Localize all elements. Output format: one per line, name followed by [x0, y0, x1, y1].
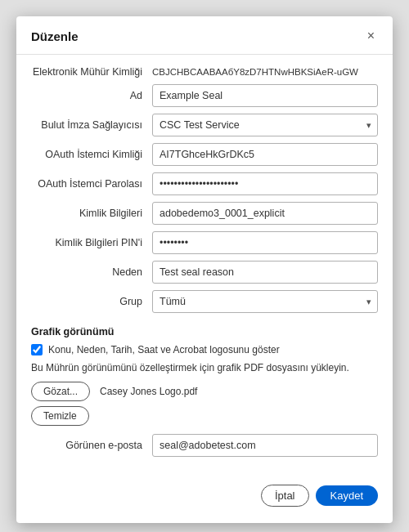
input-email[interactable]: [152, 434, 378, 457]
label-group: Grup: [31, 296, 152, 307]
label-id: Elektronik Mühür Kimliği: [31, 66, 152, 78]
select-wrap-group: Tümü ▾: [152, 290, 378, 313]
close-button[interactable]: ×: [364, 28, 378, 44]
label-credential: Kimlik Bilgileri: [31, 208, 152, 219]
field-row-group: Grup Tümü ▾: [31, 290, 378, 313]
browse-button[interactable]: Gözat...: [31, 382, 90, 401]
checkbox-row-show: Konu, Neden, Tarih, Saat ve Acrobat logo…: [31, 344, 378, 355]
field-row-id: Elektronik Mühür Kimliği CBJCHBCAABAAбY8…: [31, 66, 378, 78]
file-row: Gözat... Casey Jones Logo.pdf: [31, 382, 378, 401]
clear-button[interactable]: Temizle: [31, 406, 89, 426]
label-oauth-pass: OAuth İstemci Parolası: [31, 178, 152, 190]
save-button[interactable]: Kaydet: [316, 485, 378, 506]
field-row-pin: Kimlik Bilgileri PIN'i: [31, 231, 378, 254]
value-id: CBJCHBCAABAAбY8zD7HTNwHBKSiAeR-uGW: [152, 67, 378, 77]
field-row-email: Görünen e-posta: [31, 434, 378, 457]
input-credential[interactable]: [152, 202, 378, 225]
dialog-header: Düzenle ×: [16, 16, 393, 55]
dialog-title: Düzenle: [31, 29, 79, 43]
dialog-body: Elektronik Mühür Kimliği CBJCHBCAABAAбY8…: [16, 55, 393, 476]
label-pin: Kimlik Bilgileri PIN'i: [31, 237, 152, 248]
label-reason: Neden: [31, 266, 152, 278]
checkbox-label-show[interactable]: Konu, Neden, Tarih, Saat ve Acrobat logo…: [48, 344, 280, 355]
select-provider[interactable]: CSC Test Service: [152, 114, 378, 136]
graphic-info-text: Bu Mührün görünümünü özelleştirmek için …: [31, 362, 378, 373]
field-row-name: Ad: [31, 84, 378, 107]
select-group[interactable]: Tümü: [152, 290, 378, 313]
clear-row: Temizle: [31, 406, 378, 426]
file-name-label: Casey Jones Logo.pdf: [100, 386, 197, 397]
label-email: Görünen e-posta: [31, 440, 152, 451]
field-row-credential: Kimlik Bilgileri: [31, 202, 378, 225]
graphic-section-title: Grafik görünümü: [31, 326, 378, 338]
input-pin[interactable]: [152, 231, 378, 254]
input-oauth-pass[interactable]: [152, 172, 378, 195]
label-oauth-id: OAuth İstemci Kimliği: [31, 149, 152, 160]
field-row-oauth-pass: OAuth İstemci Parolası: [31, 172, 378, 195]
label-name: Ad: [31, 90, 152, 101]
dialog-footer: İptal Kaydet: [16, 476, 393, 518]
graphic-section: Grafik görünümü Konu, Neden, Tarih, Saat…: [31, 320, 378, 426]
cancel-button[interactable]: İptal: [261, 485, 309, 507]
input-reason[interactable]: [152, 261, 378, 284]
select-wrap-provider: CSC Test Service ▾: [152, 114, 378, 136]
input-oauth-id[interactable]: [152, 143, 378, 166]
edit-dialog: Düzenle × Elektronik Mühür Kimliği CBJCH…: [16, 16, 393, 523]
field-row-oauth-id: OAuth İstemci Kimliği: [31, 143, 378, 166]
field-row-reason: Neden: [31, 261, 378, 284]
show-checkbox[interactable]: [31, 344, 43, 355]
label-provider: Bulut İmza Sağlayıcısı: [31, 119, 152, 131]
field-row-provider: Bulut İmza Sağlayıcısı CSC Test Service …: [31, 114, 378, 136]
input-name[interactable]: [152, 84, 378, 107]
